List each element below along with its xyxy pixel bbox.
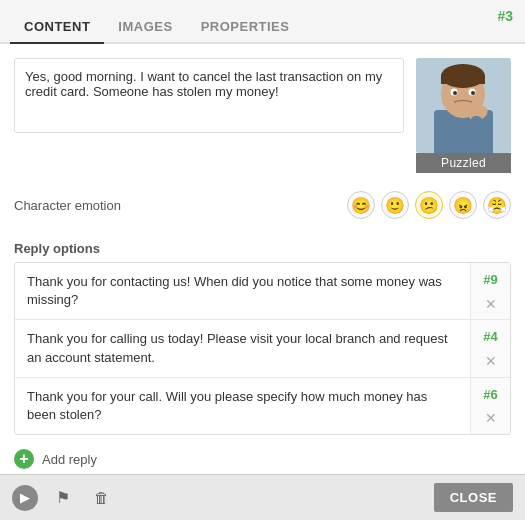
reply-delete-1[interactable]: ✕ — [485, 297, 497, 311]
tab-properties[interactable]: PROPERTIES — [187, 9, 304, 42]
reply-delete-2[interactable]: ✕ — [485, 354, 497, 368]
reply-text-2: Thank you for calling us today! Please v… — [15, 320, 470, 376]
trash-icon: 🗑 — [94, 489, 109, 506]
emotion-puzzled[interactable]: 😕 — [415, 191, 443, 219]
add-reply-label: Add reply — [42, 452, 97, 467]
svg-rect-5 — [441, 76, 485, 84]
flag-button[interactable]: ⚑ — [50, 485, 76, 511]
item-badge: #3 — [497, 8, 513, 24]
tab-content[interactable]: CONTENT — [10, 9, 104, 44]
reply-list: Thank you for contacting us! When did yo… — [14, 262, 511, 435]
play-button[interactable]: ▶ — [12, 485, 38, 511]
svg-point-8 — [453, 91, 457, 95]
add-reply-icon: + — [14, 449, 34, 469]
svg-point-9 — [471, 91, 475, 95]
avatar-block: Puzzled — [416, 58, 511, 173]
emotion-slight-smile[interactable]: 🙂 — [381, 191, 409, 219]
tab-images[interactable]: IMAGES — [104, 9, 186, 42]
close-button[interactable]: CLOSE — [434, 483, 513, 512]
reply-actions-1: #9 ✕ — [470, 263, 510, 319]
emotion-icons: 😊 🙂 😕 😠 😤 — [347, 191, 511, 219]
reply-options-section: Reply options Thank you for contacting u… — [14, 237, 511, 473]
reply-num-2: #4 — [483, 329, 497, 344]
emotion-angry[interactable]: 😠 — [449, 191, 477, 219]
play-icon: ▶ — [20, 490, 30, 505]
reply-text-3: Thank you for your call. Will you please… — [15, 378, 470, 434]
reply-num-1: #9 — [483, 272, 497, 287]
footer-toolbar: ▶ ⚑ 🗑 CLOSE — [0, 474, 525, 520]
reply-num-3: #6 — [483, 387, 497, 402]
emotion-label: Character emotion — [14, 198, 339, 213]
reply-item-1: Thank you for contacting us! When did yo… — [15, 263, 510, 320]
reply-item-2: Thank you for calling us today! Please v… — [15, 320, 510, 377]
top-section: Yes, good morning. I want to cancel the … — [14, 58, 511, 173]
tab-bar: CONTENT IMAGES PROPERTIES #3 — [0, 0, 525, 44]
add-reply-button[interactable]: + Add reply — [14, 445, 511, 473]
main-content: Yes, good morning. I want to cancel the … — [0, 44, 525, 474]
reply-delete-3[interactable]: ✕ — [485, 411, 497, 425]
reply-item-3: Thank you for your call. Will you please… — [15, 378, 510, 434]
message-text: Yes, good morning. I want to cancel the … — [14, 58, 404, 133]
emotion-row: Character emotion 😊 🙂 😕 😠 😤 — [14, 187, 511, 223]
reply-options-title: Reply options — [14, 237, 511, 262]
reply-text-1: Thank you for contacting us! When did yo… — [15, 263, 470, 319]
reply-actions-3: #6 ✕ — [470, 378, 510, 434]
avatar-image — [416, 58, 511, 153]
flag-icon: ⚑ — [56, 488, 70, 507]
trash-button[interactable]: 🗑 — [88, 485, 114, 511]
reply-actions-2: #4 ✕ — [470, 320, 510, 376]
emotion-very-angry[interactable]: 😤 — [483, 191, 511, 219]
avatar-label: Puzzled — [416, 153, 511, 173]
emotion-happy[interactable]: 😊 — [347, 191, 375, 219]
